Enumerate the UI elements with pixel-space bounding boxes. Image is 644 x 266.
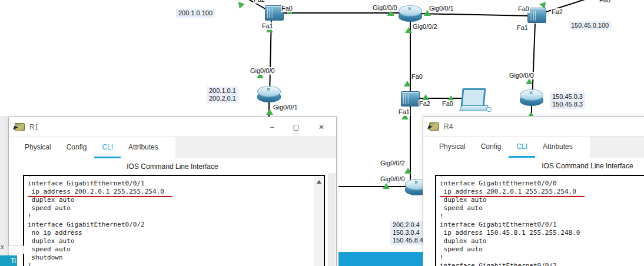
port-label: Fa2 <box>253 0 265 4</box>
background-close-fragment: x <box>1 243 4 250</box>
port-label: Fa1 <box>398 108 410 116</box>
tab[interactable]: Physical <box>431 137 473 158</box>
cli-line: interface GigabitEthernet0/0/1 <box>28 179 324 188</box>
port-label: Gig0/0/1 <box>429 5 454 12</box>
bottom-left-tag: Ti <box>0 255 17 266</box>
r1-titlebar[interactable]: R1 – ▢ ✕ <box>9 117 336 137</box>
port-label: Fa1 <box>261 22 274 30</box>
r1-tabs: PhysicalConfigCLIAttributes <box>9 137 175 158</box>
port-label: Fa0 <box>281 5 293 12</box>
port-label: Gig0/0/0 <box>372 4 398 12</box>
ip-address-label: 150.45.0.100 <box>569 21 611 30</box>
pc[interactable] <box>460 88 490 115</box>
device-dialog-icon <box>429 122 439 131</box>
switch-top-right[interactable] <box>527 8 546 23</box>
ip-address-label: 200.2.0.4 150.3.0.4 150.45.8.4 <box>390 221 426 245</box>
cli-line: no ip address <box>28 229 324 237</box>
cli-line: interface GigabitEthernet0/0/0 <box>440 179 644 188</box>
router-r1[interactable]: ✕ <box>257 86 281 102</box>
ip-address-label: 150.45.0.3 150.45.8.3 <box>550 92 585 109</box>
r1-tab-bar: PhysicalConfigCLIAttributes <box>9 137 336 158</box>
r1-cli-output[interactable]: !interface GigabitEthernet0/0/1 ip addre… <box>24 175 324 266</box>
router-top-middle[interactable]: ✕ <box>399 5 422 21</box>
maximize-button[interactable]: ▢ <box>293 123 300 131</box>
device-dialog-icon <box>15 123 25 131</box>
r1-cli-terminal[interactable]: !interface GigabitEthernet0/0/1 ip addre… <box>23 175 325 266</box>
cli-line: speed auto <box>440 204 644 212</box>
port-label: Fa0 <box>411 73 423 81</box>
ip-address-label: 200.1.0.100 <box>176 9 215 18</box>
cli-line: ! <box>440 254 644 262</box>
port-label: Fa1 <box>516 24 529 32</box>
tab[interactable]: Config <box>473 137 509 158</box>
packet-tracer-workspace: ✕ ✕ ✕ ✕ Fa2Fa0Fa1Gig0/0/0Gig0/0/1Gig0/0/… <box>0 0 644 266</box>
scroll-up-arrow-icon[interactable] <box>317 180 321 184</box>
r4-window: R4 PhysicalConfigCLIAttributes IOS Comma… <box>423 116 644 266</box>
cli-line: ip address 150.45.8.1 255.255.248.0 <box>440 229 644 237</box>
tab[interactable]: Attributes <box>535 137 580 158</box>
switch-middle[interactable] <box>401 91 420 107</box>
ip-address-label: 200.1.0.1 200.2.0.1 <box>207 87 238 103</box>
port-label: Fa2 <box>419 100 431 108</box>
cli-line: interface GigabitEthernet0/0/2 <box>28 221 324 229</box>
port-label: Gig0/0/0 <box>509 72 535 79</box>
pc-mouse <box>486 107 492 112</box>
cli-line: ! <box>28 212 324 221</box>
r4-cli-output[interactable]: !interface GigabitEthernet0/0/0 ip addre… <box>436 175 644 266</box>
cli-line: ip address 200.2.0.1 255.255.254.0 <box>440 188 644 196</box>
window-edge-strip <box>328 173 336 266</box>
r1-cli-header: IOS Command Line Interface <box>9 158 336 175</box>
cli-line: interface GigabitEthernet0/0/1 <box>440 221 644 229</box>
cli-line: ! <box>28 175 324 179</box>
cli-line: shutdown <box>28 254 324 262</box>
router-r3[interactable]: ✕ <box>520 89 543 105</box>
link-status-arrow <box>405 27 412 33</box>
link-status-arrow <box>383 183 390 189</box>
port-label: Fa2 <box>551 8 563 16</box>
close-button[interactable]: ✕ <box>318 123 324 131</box>
port-label: Fa0 <box>517 5 530 13</box>
port-label: Fa0 <box>599 0 611 4</box>
tab[interactable]: CLI <box>509 137 535 158</box>
tab[interactable]: Physical <box>17 137 59 158</box>
cli-line: duplex auto <box>440 196 644 204</box>
r1-window-title: R1 <box>29 123 38 131</box>
cli-line: speed auto <box>28 204 324 212</box>
port-label: Gig0/0/2 <box>412 23 438 31</box>
cli-line: ip address 200.2.0.1 255.255.254.0 <box>28 188 324 196</box>
r4-tab-bar: PhysicalConfigCLIAttributes <box>423 137 644 158</box>
cli-line: duplex auto <box>28 196 324 204</box>
r1-window: R1 – ▢ ✕ PhysicalConfigCLIAttributes IOS… <box>8 117 337 266</box>
cli-line: speed auto <box>440 245 644 254</box>
r4-cli-terminal[interactable]: !interface GigabitEthernet0/0/0 ip addre… <box>435 175 644 266</box>
link-status-arrow <box>404 168 411 174</box>
cli-line: speed auto <box>28 245 324 254</box>
minimize-button[interactable]: – <box>270 123 274 131</box>
pc-base <box>459 105 489 111</box>
port-label: Gig0/0/0 <box>250 67 275 75</box>
tab[interactable]: CLI <box>94 137 121 158</box>
link-status-arrow <box>404 81 411 87</box>
port-label: Gig0/0/1 <box>273 104 298 111</box>
cli-line: ! <box>440 175 644 179</box>
background-scrollbar-fragment <box>8 245 24 254</box>
r1-cli-scrollbar[interactable] <box>314 177 323 266</box>
port-label: Gig0/0/0 <box>380 175 406 183</box>
tab[interactable]: Config <box>59 137 95 158</box>
r4-titlebar[interactable]: R4 <box>423 117 644 137</box>
r4-cli-header: IOS Command Line Interface <box>423 158 644 174</box>
cli-line: duplex auto <box>440 237 644 245</box>
link-status-arrow <box>422 94 429 100</box>
cli-line: ! <box>28 262 324 266</box>
cli-line: interface GigabitEthernet0/0/2 <box>440 262 644 266</box>
port-label: Gig0/0/2 <box>380 159 406 167</box>
tab[interactable]: Attributes <box>121 137 166 158</box>
cli-line: ! <box>440 212 644 221</box>
port-label: Fa0 <box>441 100 454 108</box>
r4-window-title: R4 <box>444 122 453 131</box>
realtime-bar-fragment <box>338 252 423 266</box>
cli-line: duplex auto <box>28 237 324 245</box>
r4-tabs: PhysicalConfigCLIAttributes <box>423 137 590 158</box>
